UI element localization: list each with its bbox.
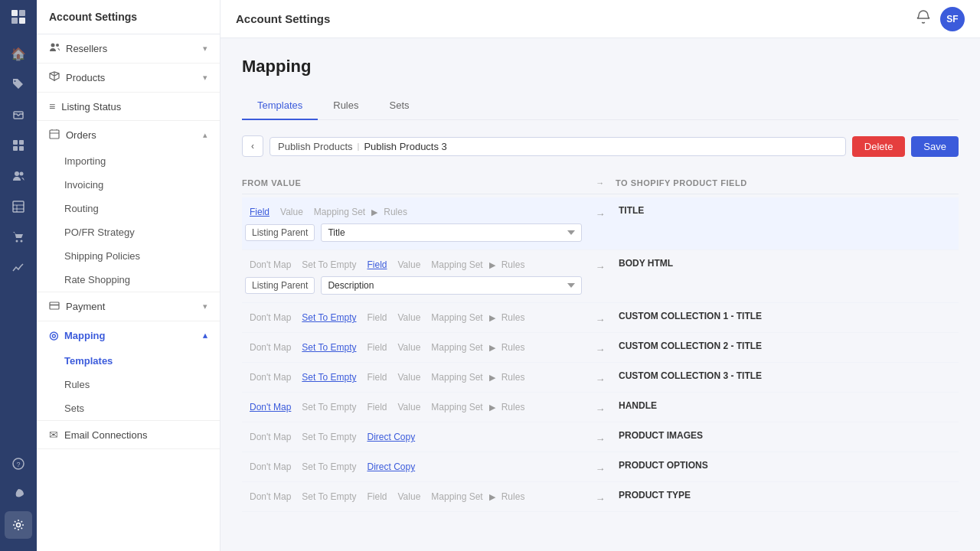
tab-templates[interactable]: Templates [242,92,318,120]
dont-map-btn-cc2[interactable]: Don't Map [245,341,296,354]
field-btn-cc1[interactable]: Field [362,311,391,324]
dont-map-btn-cc3[interactable]: Don't Map [245,370,296,384]
dont-map-btn-handle[interactable]: Don't Map [245,400,296,414]
set-to-empty-btn-options[interactable]: Set To Empty [297,460,361,474]
value-btn-title[interactable]: Value [276,205,308,219]
title-field-select[interactable]: Title [321,223,582,242]
arrow-icon-type: ▶ [489,492,495,502]
mapping-set-btn-cc1[interactable]: Mapping Set [426,311,487,324]
from-side-cc1: Don't Map Set To Empty Field Value Mappi… [242,303,585,332]
sidebar-item-importing[interactable]: Importing [37,149,220,173]
direct-copy-btn-options[interactable]: Direct Copy [362,460,420,474]
field-btn-title[interactable]: Field [245,205,274,219]
body-field-select[interactable]: Description [321,276,582,295]
set-to-empty-btn-type[interactable]: Set To Empty [297,490,361,504]
save-button[interactable]: Save [911,136,959,157]
email-label: Email Connections [64,429,147,441]
field-btn-body[interactable]: Field [362,258,391,272]
sidebar-item-rate-shopping[interactable]: Rate Shopping [37,268,220,292]
field-btn-cc2[interactable]: Field [362,341,391,354]
from-value-header: FROM VALUE [242,178,585,187]
back-button[interactable]: ‹ [242,135,263,157]
home-icon[interactable]: 🏠 [5,40,32,67]
mapping-chevron: ▴ [203,331,207,341]
tag-icon[interactable] [5,70,32,98]
value-btn-cc1[interactable]: Value [394,311,426,324]
arrow-side-cc2: → [585,333,616,355]
mapping-set-btn-cc3[interactable]: Mapping Set [426,370,487,384]
svg-rect-8 [19,146,24,151]
mapping-set-btn-body[interactable]: Mapping Set [426,258,487,272]
app-logo[interactable] [8,6,29,28]
value-btn-body[interactable]: Value [394,258,426,272]
set-to-empty-btn-images[interactable]: Set To Empty [297,430,361,444]
to-field-cc3: CUSTOM COLLECTION 3 - TITLE [619,370,762,381]
delete-button[interactable]: Delete [852,136,906,157]
rules-btn-title[interactable]: Rules [379,205,412,219]
top-bar-title: Account Settings [236,12,330,25]
rules-btn-cc2[interactable]: Rules [497,341,530,354]
svg-point-19 [17,523,21,527]
nav-item-resellers[interactable]: Resellers ▾ [37,34,220,63]
mapping-set-btn-cc2[interactable]: Mapping Set [426,341,487,354]
nav-item-products[interactable]: Products ▾ [37,64,220,92]
direct-copy-btn-images[interactable]: Direct Copy [362,430,420,444]
help-icon[interactable]: ? [5,450,32,478]
nav-item-email[interactable]: ✉ Email Connections [37,421,220,448]
rules-btn-type[interactable]: Rules [497,490,530,504]
rocket-icon[interactable] [5,481,32,508]
value-btn-type[interactable]: Value [394,490,426,504]
rules-btn-cc1[interactable]: Rules [497,311,530,324]
dont-map-btn-images[interactable]: Don't Map [245,430,296,444]
set-to-empty-btn-body[interactable]: Set To Empty [297,258,361,272]
set-to-empty-btn-cc3[interactable]: Set To Empty [297,370,361,384]
sidebar-item-invoicing[interactable]: Invoicing [37,173,220,197]
mapping-set-btn-type[interactable]: Mapping Set [426,490,487,504]
set-to-empty-btn-handle[interactable]: Set To Empty [297,400,361,414]
rules-btn-handle[interactable]: Rules [497,400,530,414]
table-icon[interactable] [5,193,32,220]
dont-map-btn-body[interactable]: Don't Map [245,258,296,272]
nav-item-mapping[interactable]: ◎ Mapping ▴ [37,321,220,349]
mapping-set-btn-title[interactable]: Mapping Set [309,205,370,219]
set-to-empty-btn-cc2[interactable]: Set To Empty [297,341,361,354]
svg-text:?: ? [16,461,20,468]
tab-sets[interactable]: Sets [374,92,425,120]
action-buttons: Delete Save [852,136,959,157]
settings-icon[interactable] [5,511,32,539]
mapping-set-btn-handle[interactable]: Mapping Set [426,400,487,414]
dont-map-btn-options[interactable]: Don't Map [245,460,296,474]
rules-btn-cc3[interactable]: Rules [497,370,530,384]
arrow-icon-body: ▶ [489,260,495,270]
sidebar-item-rules[interactable]: Rules [37,373,220,396]
nav-item-listing-status[interactable]: ≡ Listing Status [37,93,220,120]
value-btn-handle[interactable]: Value [394,400,426,414]
cart-icon[interactable] [5,223,32,251]
tab-rules[interactable]: Rules [318,92,374,120]
set-to-empty-btn-cc1[interactable]: Set To Empty [297,311,361,324]
field-btn-handle[interactable]: Field [362,400,391,414]
value-btn-cc3[interactable]: Value [394,370,426,384]
value-btn-cc2[interactable]: Value [394,341,426,354]
dont-map-btn-type[interactable]: Don't Map [245,490,296,504]
nav-item-orders[interactable]: Orders ▴ [37,121,220,149]
avatar[interactable]: SF [940,7,965,31]
notifications-button[interactable] [916,9,931,28]
rules-btn-body[interactable]: Rules [497,258,530,272]
sidebar-item-routing[interactable]: Routing [37,197,220,220]
inbox-icon[interactable] [5,101,32,129]
sidebar-item-po-fr-strategy[interactable]: PO/FR Strategy [37,220,220,244]
sidebar-item-templates[interactable]: Templates [37,349,220,373]
dont-map-btn-cc1[interactable]: Don't Map [245,311,296,324]
field-btn-type[interactable]: Field [362,490,391,504]
grid-icon[interactable] [5,132,32,159]
nav-item-payment[interactable]: Payment ▾ [37,292,220,321]
chart-icon[interactable] [5,254,32,282]
sidebar-item-sets[interactable]: Sets [37,396,220,420]
users-icon[interactable] [5,162,32,190]
sidebar-item-shipping-policies[interactable]: Shipping Policies [37,244,220,268]
arrow-icon: → [596,373,606,385]
arrow-side-options: → [585,452,616,474]
field-btn-cc3[interactable]: Field [362,370,391,384]
field-row-title: Listing Parent Title [245,223,582,242]
